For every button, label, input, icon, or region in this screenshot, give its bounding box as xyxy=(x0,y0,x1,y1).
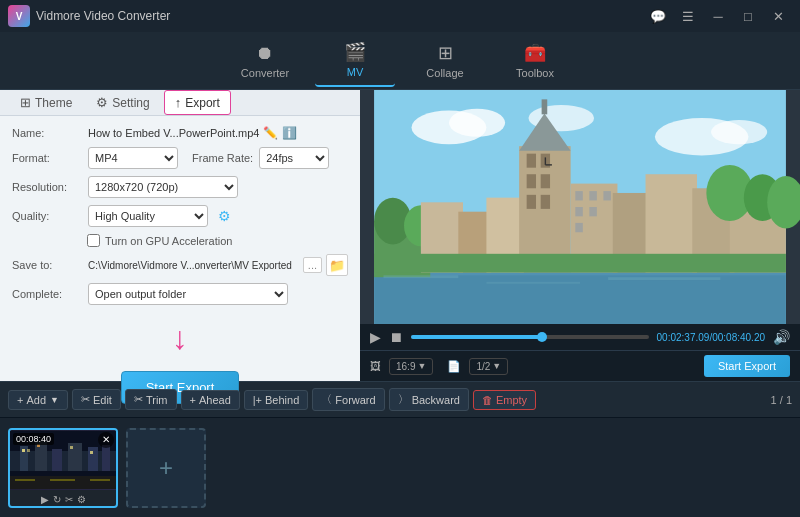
edit-filename-icon[interactable]: ✏️ xyxy=(263,126,278,140)
minimize-btn[interactable]: ─ xyxy=(704,5,732,27)
format-select[interactable]: MP4MOVAVIMKV xyxy=(88,147,178,169)
main-content: ⊞ Theme ⚙ Setting ↑ Export Name: How to … xyxy=(0,90,800,381)
tab-converter[interactable]: ⏺ Converter xyxy=(225,35,305,87)
behind-btn[interactable]: |+ Behind xyxy=(244,390,309,410)
clip-scissors-icon[interactable]: ✂ xyxy=(65,494,73,505)
sub-tab-export-label: Export xyxy=(185,96,220,110)
app-title: Vidmore Video Converter xyxy=(36,9,170,23)
start-export-right-button[interactable]: Start Export xyxy=(704,355,790,377)
save-path-display: C:\Vidmore\Vidmore V...onverter\MV Expor… xyxy=(88,260,299,271)
svg-rect-22 xyxy=(542,99,548,114)
tab-toolbox[interactable]: 🧰 Toolbox xyxy=(495,35,575,87)
timeline-clip-1: 00:08:40 ✕ ▶ ↻ ✂ ⚙ xyxy=(8,428,118,508)
edit-btn[interactable]: ✂ Edit xyxy=(72,389,121,410)
name-label: Name: xyxy=(12,127,82,139)
aspect-dropdown-icon: ▼ xyxy=(417,361,426,371)
stop-icon[interactable]: ⏹ xyxy=(389,329,403,345)
progress-bar[interactable] xyxy=(411,335,649,339)
svg-rect-20 xyxy=(541,195,550,209)
quality-select[interactable]: High QualityMedium QualityLow Quality xyxy=(88,205,208,227)
trim-btn[interactable]: ✂ Trim xyxy=(125,389,177,410)
video-scene-svg xyxy=(360,90,800,324)
ahead-btn[interactable]: + Ahead xyxy=(181,390,240,410)
add-clip-button[interactable]: + xyxy=(126,428,206,508)
edit-label: Edit xyxy=(93,394,112,406)
sub-tabs: ⊞ Theme ⚙ Setting ↑ Export xyxy=(0,90,360,116)
clip-controls: ▶ ↻ ✂ ⚙ xyxy=(10,490,116,508)
export-form: Name: How to Embed V...PowerPoint.mp4 ✏️… xyxy=(0,116,360,414)
add-btn[interactable]: + Add ▼ xyxy=(8,390,68,410)
time-total: 00:08:40.20 xyxy=(712,332,765,343)
browse-path-btn[interactable]: ... xyxy=(303,257,322,273)
sub-tab-export[interactable]: ↑ Export xyxy=(164,90,231,115)
volume-icon[interactable]: 🔊 xyxy=(773,329,790,345)
sub-tab-theme[interactable]: ⊞ Theme xyxy=(10,91,82,114)
time-current: 00:02:37.09 xyxy=(657,332,710,343)
quality-settings-icon[interactable]: ⚙ xyxy=(214,206,234,226)
clip-rotate-icon[interactable]: ↻ xyxy=(53,494,61,505)
clip-play-icon[interactable]: ▶ xyxy=(41,494,49,505)
add-dropdown-icon: ▼ xyxy=(50,395,59,405)
svg-rect-58 xyxy=(15,479,35,481)
svg-rect-56 xyxy=(90,451,93,454)
svg-rect-55 xyxy=(70,446,73,449)
svg-rect-40 xyxy=(374,254,786,273)
sub-tab-setting-label: Setting xyxy=(112,96,149,110)
maximize-btn[interactable]: □ xyxy=(734,5,762,27)
svg-rect-52 xyxy=(22,449,25,452)
titlebar: V Vidmore Video Converter 💬 ☰ ─ □ ✕ xyxy=(0,0,800,32)
trim-label: Trim xyxy=(146,394,168,406)
complete-select[interactable]: Open output folderDo nothingShut down xyxy=(88,283,288,305)
clip-duration-badge: 00:08:40 xyxy=(13,433,54,445)
converter-icon: ⏺ xyxy=(256,43,274,64)
gpu-checkbox[interactable] xyxy=(87,234,100,247)
svg-rect-19 xyxy=(527,195,536,209)
titlebar-left: V Vidmore Video Converter xyxy=(8,5,170,27)
filename-display: How to Embed V...PowerPoint.mp4 xyxy=(88,127,259,139)
video-controls-bar-2: 🖼 16:9 ▼ 📄 1/2 ▼ Start Export xyxy=(360,350,800,381)
aspect-ratio-btn[interactable]: 16:9 ▼ xyxy=(389,358,433,375)
page-icon: 📄 xyxy=(447,360,461,373)
resolution-select[interactable]: 1280x720 (720p)1920x1080 (1080p)640x480 … xyxy=(88,176,238,198)
save-to-label: Save to: xyxy=(12,259,82,271)
time-display: 00:02:37.09/00:08:40.20 xyxy=(657,332,765,343)
backward-btn[interactable]: 〉 Backward xyxy=(389,388,469,411)
tab-collage[interactable]: ⊞ Collage xyxy=(405,35,485,87)
clip-close-btn[interactable]: ✕ xyxy=(98,432,114,448)
svg-rect-42 xyxy=(486,282,580,284)
svg-point-5 xyxy=(711,120,767,144)
format-label: Format: xyxy=(12,152,82,164)
play-icon[interactable]: ▶ xyxy=(370,329,381,345)
clip-settings-icon[interactable]: ⚙ xyxy=(77,494,86,505)
svg-rect-31 xyxy=(575,191,582,200)
svg-rect-57 xyxy=(10,476,116,489)
close-btn[interactable]: ✕ xyxy=(764,5,792,27)
edit-icon: ✂ xyxy=(81,393,90,406)
format-row: Format: MP4MOVAVIMKV Frame Rate: 24fps30… xyxy=(12,147,348,169)
trim-icon: ✂ xyxy=(134,393,143,406)
tab-converter-label: Converter xyxy=(241,67,289,79)
resolution-row: Resolution: 1280x720 (720p)1920x1080 (10… xyxy=(12,176,348,198)
menu-icon-btn[interactable]: ☰ xyxy=(674,5,702,27)
right-panel: ▶ ⏹ 00:02:37.09/00:08:40.20 🔊 🖼 16:9 ▼ 📄… xyxy=(360,90,800,381)
info-icon[interactable]: ℹ️ xyxy=(282,126,297,140)
mv-icon: 🎬 xyxy=(344,41,366,63)
fps-select[interactable]: 24fps30fps60fps xyxy=(259,147,329,169)
page-nav-btn[interactable]: 1/2 ▼ xyxy=(469,358,508,375)
open-folder-icon[interactable]: 📁 xyxy=(326,254,348,276)
frame-rate-label: Frame Rate: xyxy=(192,152,253,164)
sub-tab-setting[interactable]: ⚙ Setting xyxy=(86,91,159,114)
chat-icon-btn[interactable]: 💬 xyxy=(644,5,672,27)
svg-rect-50 xyxy=(88,447,98,471)
page-dropdown-icon: ▼ xyxy=(492,361,501,371)
progress-thumb xyxy=(537,332,547,342)
forward-btn[interactable]: 〈 Forward xyxy=(312,388,384,411)
quality-label: Quality: xyxy=(12,210,82,222)
left-panel: ⊞ Theme ⚙ Setting ↑ Export Name: How to … xyxy=(0,90,360,381)
theme-grid-icon: ⊞ xyxy=(20,95,31,110)
setting-gear-icon: ⚙ xyxy=(96,95,108,110)
video-preview xyxy=(360,90,800,324)
svg-rect-36 xyxy=(575,223,582,232)
empty-btn[interactable]: 🗑 Empty xyxy=(473,390,536,410)
tab-mv[interactable]: 🎬 MV xyxy=(315,35,395,87)
